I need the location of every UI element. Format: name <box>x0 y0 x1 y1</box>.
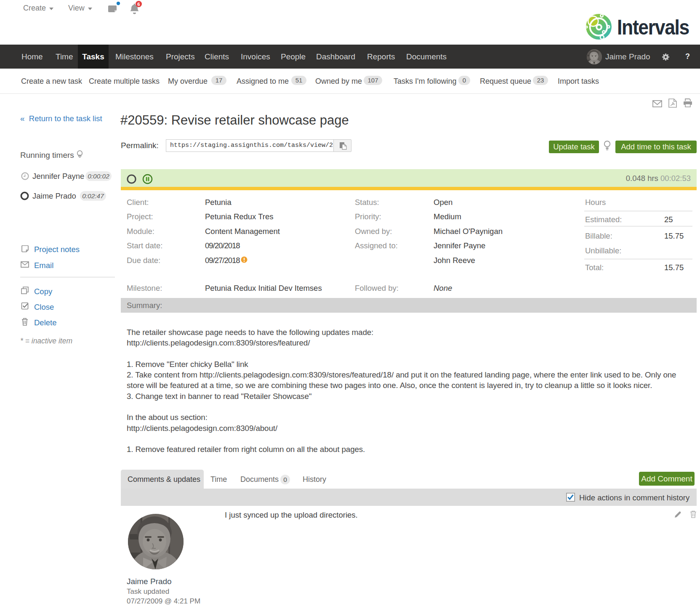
svg-text:6: 6 <box>137 2 140 7</box>
